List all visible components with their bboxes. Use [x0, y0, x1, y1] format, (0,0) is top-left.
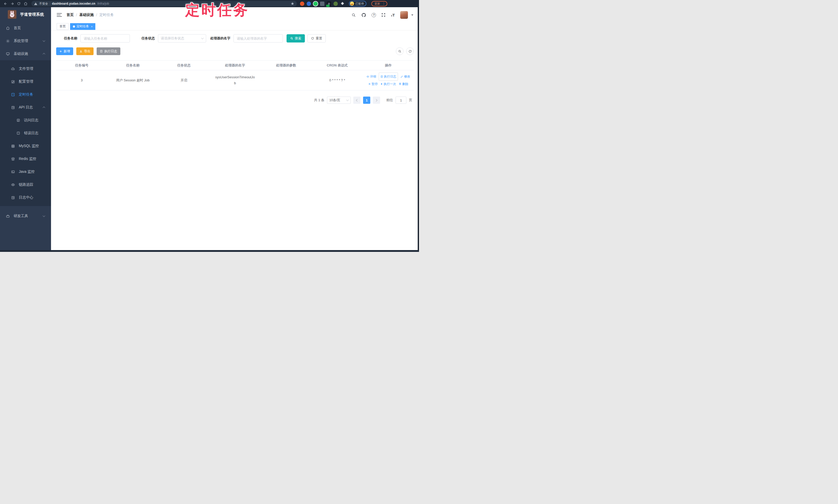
exec-log-button[interactable]: 执行日志: [97, 48, 120, 55]
sidebar-item-file[interactable]: 文件管理: [0, 62, 51, 75]
sidebar-item-devtools[interactable]: 研发工具: [0, 210, 51, 222]
cell-job-name: 用户 Session 超时 Job: [107, 70, 158, 90]
sidebar-item-redis[interactable]: Redis 监控: [0, 152, 51, 165]
warning-icon: [34, 2, 37, 5]
address-bar[interactable]: 不安全 dashboard.yudao.iocoder.cn/infra/job: [32, 1, 297, 6]
next-page-button[interactable]: [373, 96, 380, 104]
sidebar-item-log-center[interactable]: 日志中心: [0, 191, 51, 204]
fullscreen-icon[interactable]: [381, 13, 385, 17]
extension-icon-orange[interactable]: [300, 2, 304, 6]
url-path: /infra/job: [97, 2, 109, 5]
extension-icon-puzzle[interactable]: [340, 2, 345, 6]
bookmark-star-icon[interactable]: [291, 2, 294, 5]
chevron-down-icon: [346, 98, 349, 101]
breadcrumb-parent[interactable]: 基础设施: [80, 13, 94, 17]
page-label: 页: [409, 98, 412, 103]
export-button[interactable]: 导出: [76, 48, 93, 55]
task-status-label: 任务状态: [141, 36, 155, 41]
infra-submenu: 文件管理 配置管理 定时任务 API 日志: [0, 60, 51, 206]
sidebar-item-config[interactable]: 配置管理: [0, 75, 51, 88]
avatar-caret-icon[interactable]: [411, 14, 413, 16]
chevron-down-icon: [201, 37, 204, 39]
browser-scrollbar[interactable]: [418, 7, 419, 252]
page-1-button[interactable]: 1: [363, 96, 370, 104]
sidebar-item-api-log[interactable]: API 日志: [0, 101, 51, 114]
detail-link[interactable]: 详细: [366, 73, 376, 80]
screen: 不安全 dashboard.yudao.iocoder.cn/infra/job…: [0, 0, 419, 252]
reload-button[interactable]: [15, 1, 22, 6]
cell-handler-param: [261, 70, 312, 90]
sidebar-item-access-log[interactable]: 访问日志: [0, 114, 51, 127]
refresh-button[interactable]: [406, 48, 414, 55]
extension-icon-vue[interactable]: [313, 2, 318, 6]
col-job-name: 任务名称: [107, 60, 158, 70]
extensions-row: on 已暂停 更新 ⋮: [300, 1, 387, 6]
chevron-down-icon: [43, 39, 45, 42]
cell-handler-name: sysUserSessionTimeoutJob: [209, 70, 261, 90]
not-secure-label: 不安全: [39, 2, 48, 6]
chevron-up-icon: [43, 53, 45, 56]
gear-icon: [6, 39, 10, 43]
extension-icon-stack[interactable]: on: [327, 2, 331, 6]
tag-view-bar: 首页 定时任务 ×: [51, 23, 419, 30]
breadcrumb-home[interactable]: 首页: [67, 13, 74, 17]
divider: [50, 2, 50, 5]
sidebar-item-mysql[interactable]: MySQL 监控: [0, 140, 51, 152]
col-job-status: 任务状态: [158, 60, 209, 70]
task-status-select[interactable]: 请选择任务状态: [158, 34, 206, 42]
github-icon[interactable]: [361, 13, 366, 18]
pause-link[interactable]: 暂停: [368, 80, 378, 87]
tab-job[interactable]: 定时任务 ×: [70, 23, 95, 30]
breadcrumb: 首页 / 基础设施 / 定时任务: [67, 13, 114, 17]
job-table: 任务编号 任务名称 任务状态 处理器的名字 处理器的参数 CRON 表达式 操作…: [56, 60, 414, 90]
handler-input[interactable]: [233, 34, 283, 42]
font-size-icon[interactable]: TT: [391, 13, 395, 17]
run-once-link[interactable]: 执行一次: [380, 80, 396, 87]
sidebar-item-job[interactable]: 定时任务: [0, 88, 51, 101]
prev-page-button[interactable]: [353, 96, 361, 104]
url-host: dashboard.yudao.iocoder.cn: [52, 2, 95, 5]
sidebar-collapse-icon[interactable]: [57, 13, 62, 17]
edit-link[interactable]: 修改: [400, 73, 410, 80]
chevron-up-icon: [43, 107, 45, 109]
close-icon[interactable]: ×: [91, 25, 92, 28]
delete-link[interactable]: 删除: [399, 80, 408, 87]
sidebar-item-trace[interactable]: 链路追踪: [0, 178, 51, 191]
browser-update-button[interactable]: 更新 ⋮: [371, 1, 387, 6]
col-handler-param: 处理器的参数: [261, 60, 312, 70]
reset-button[interactable]: 重置: [308, 34, 326, 42]
help-icon[interactable]: ?: [371, 13, 376, 17]
page-size-select[interactable]: 10条/页: [327, 96, 351, 104]
row-exec-log-link[interactable]: 执行日志: [379, 73, 398, 80]
breadcrumb-current: 定时任务: [100, 13, 114, 17]
profile-paused-badge[interactable]: 已暂停: [349, 1, 366, 6]
briefcase-icon: [6, 214, 10, 218]
extension-icon-grid[interactable]: [320, 2, 325, 6]
search-button[interactable]: 搜索: [286, 34, 305, 42]
forward-button[interactable]: [9, 1, 15, 6]
tab-home[interactable]: 首页: [57, 23, 69, 30]
avatar[interactable]: [400, 11, 408, 19]
sidebar-item-system[interactable]: 系统管理: [0, 35, 51, 48]
task-name-input[interactable]: [81, 34, 130, 42]
browser-menu-icon[interactable]: ⋮: [382, 2, 385, 5]
sidebar-item-error-log[interactable]: 错误日志: [0, 127, 51, 140]
add-button[interactable]: 新增: [56, 48, 73, 55]
goto-page-input[interactable]: [396, 96, 406, 104]
toggle-search-button[interactable]: [396, 48, 404, 55]
terminal-icon: [11, 170, 15, 174]
extension-icon-leaf[interactable]: [333, 2, 338, 6]
goto-label: 前往: [386, 98, 393, 103]
main-area: 首页 / 基础设施 / 定时任务 ? TT 首页: [51, 7, 419, 250]
sidebar-item-infra[interactable]: 基础设施: [0, 48, 51, 60]
task-name-label: 任务名称: [64, 36, 77, 41]
search-icon[interactable]: [351, 13, 356, 17]
extension-icon-blue[interactable]: [307, 2, 311, 6]
sidebar-item-home[interactable]: 首页: [0, 22, 51, 35]
back-button[interactable]: [2, 1, 9, 6]
doc-alert-icon: [16, 131, 20, 135]
home-button[interactable]: [22, 1, 29, 6]
edit-square-icon: [11, 80, 15, 84]
layers-icon: [11, 157, 15, 161]
sidebar-item-java[interactable]: Java 监控: [0, 165, 51, 178]
